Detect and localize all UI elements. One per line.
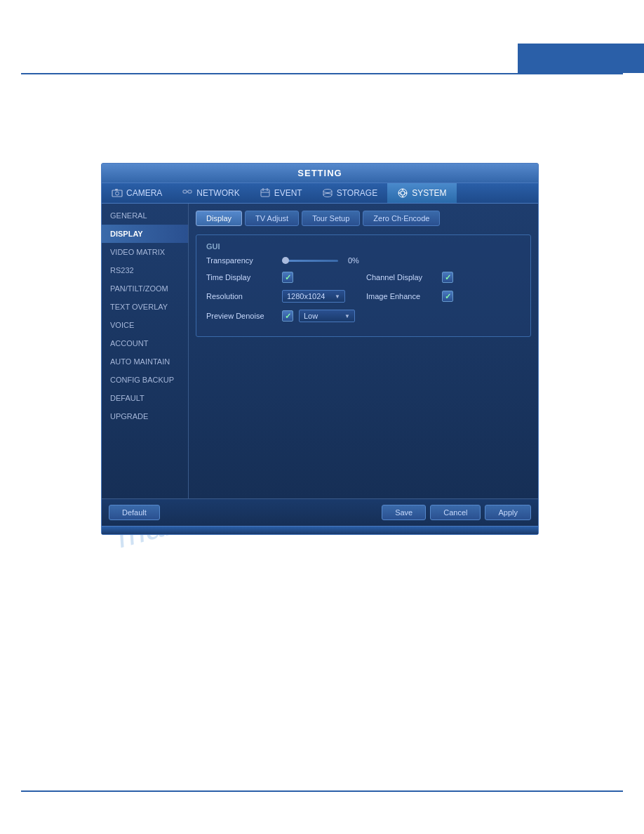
sidebar-item-default[interactable]: DEFAULT [102, 389, 188, 407]
svg-point-13 [323, 194, 332, 197]
time-display-checkbox-container: ✓ [282, 272, 293, 283]
preview-denoise-label: Preview Denoise [206, 312, 276, 320]
network-icon [182, 187, 193, 199]
time-display-col: Time Display ✓ [206, 272, 361, 283]
sub-tab-display[interactable]: Display [196, 211, 242, 226]
svg-rect-6 [261, 190, 269, 197]
settings-dialog: SETTING CAMERA NETWORK [101, 163, 539, 535]
sub-tab-zero-ch-encode[interactable]: Zero Ch·Encode [363, 211, 440, 226]
main-tab-nav: CAMERA NETWORK EVENT [102, 183, 538, 204]
tab-event[interactable]: EVENT [250, 183, 312, 203]
system-icon [397, 187, 408, 199]
action-bar: Default Save Cancel Apply [102, 498, 538, 526]
channel-display-label: Channel Display [366, 273, 436, 282]
svg-point-10 [323, 190, 332, 193]
right-buttons: Save Cancel Apply [382, 505, 531, 520]
image-enhance-label: Image Enhance [366, 292, 436, 300]
event-icon [260, 187, 271, 199]
tab-system-label: SYSTEM [412, 188, 446, 198]
sidebar-item-upgrade[interactable]: UPGRADE [102, 407, 188, 425]
save-button[interactable]: Save [382, 505, 426, 520]
tab-camera-label: CAMERA [126, 188, 162, 198]
cancel-button[interactable]: Cancel [430, 505, 481, 520]
time-channel-row: Time Display ✓ Channel Display ✓ [206, 272, 521, 283]
content-panel: Display TV Adjust Tour Setup Zero Ch·Enc… [189, 204, 538, 498]
sidebar-item-rs232[interactable]: RS232 [102, 261, 188, 279]
svg-rect-4 [188, 190, 192, 193]
tab-event-label: EVENT [274, 188, 302, 198]
image-enhance-checkbox[interactable]: ✓ [442, 291, 453, 302]
sub-tab-nav: Display TV Adjust Tour Setup Zero Ch·Enc… [196, 211, 531, 226]
transparency-value: 0% [348, 256, 359, 265]
svg-rect-2 [115, 189, 118, 191]
storage-icon [322, 187, 333, 199]
transparency-slider[interactable] [282, 260, 338, 262]
sidebar-item-display[interactable]: DISPLAY [102, 225, 188, 243]
tab-network-label: NETWORK [196, 188, 239, 198]
preview-denoise-checkbox[interactable]: ✓ [282, 310, 293, 322]
gui-section: GUI Transparency 0% Time Display [196, 234, 531, 337]
default-button[interactable]: Default [109, 505, 160, 520]
preview-denoise-checkbox-container: ✓ [282, 310, 293, 322]
time-display-label: Time Display [206, 273, 276, 282]
camera-icon [112, 187, 123, 199]
tab-camera[interactable]: CAMERA [102, 183, 172, 203]
sidebar-item-general[interactable]: GENERAL [102, 206, 188, 225]
sidebar-item-config-backup[interactable]: CONFIG BACKUP [102, 371, 188, 389]
sidebar-item-account[interactable]: ACCOUNT [102, 334, 188, 352]
channel-display-col: Channel Display ✓ [366, 272, 521, 283]
resolution-select[interactable]: 1280x1024 ▼ [282, 290, 345, 303]
tab-system[interactable]: SYSTEM [387, 183, 456, 203]
image-enhance-check-mark: ✓ [445, 292, 451, 301]
resolution-value: 1280x1024 [287, 292, 325, 300]
sidebar-item-voice[interactable]: VOICE [102, 316, 188, 334]
time-display-check-mark: ✓ [285, 273, 291, 282]
sub-tab-tour-setup[interactable]: Tour Setup [302, 211, 360, 226]
transparency-row: Transparency 0% [206, 256, 521, 265]
preview-denoise-select[interactable]: Low ▼ [299, 310, 355, 322]
apply-button[interactable]: Apply [485, 505, 531, 520]
image-enhance-checkbox-container: ✓ [442, 291, 453, 302]
dialog-title: SETTING [102, 164, 538, 183]
channel-display-checkbox[interactable]: ✓ [442, 272, 453, 283]
svg-rect-3 [183, 190, 187, 193]
top-right-decoration [518, 44, 644, 73]
sidebar-item-video-matrix[interactable]: VIDEO MATRIX [102, 243, 188, 261]
svg-point-14 [401, 191, 405, 195]
top-divider [21, 73, 623, 74]
dialog-body: GENERAL DISPLAY VIDEO MATRIX RS232 PAN/T… [102, 204, 538, 498]
resolution-arrow-icon: ▼ [335, 293, 340, 300]
channel-display-checkbox-container: ✓ [442, 272, 453, 283]
tab-network[interactable]: NETWORK [172, 183, 249, 203]
resolution-image-row: Resolution 1280x1024 ▼ Image Enhance ✓ [206, 290, 521, 303]
time-display-checkbox[interactable]: ✓ [282, 272, 293, 283]
sidebar-item-auto-maintain[interactable]: AUTO MAINTAIN [102, 352, 188, 371]
channel-display-check-mark: ✓ [445, 273, 451, 282]
sidebar-item-text-overlay[interactable]: TEXT OVERLAY [102, 298, 188, 316]
dialog-footer [102, 526, 538, 534]
tab-storage-label: STORAGE [337, 188, 377, 198]
resolution-col: Resolution 1280x1024 ▼ [206, 290, 361, 303]
tab-storage[interactable]: STORAGE [312, 183, 387, 203]
sidebar-item-pan-tilt-zoom[interactable]: PAN/TILT/ZOOM [102, 279, 188, 298]
svg-point-1 [116, 192, 119, 195]
preview-denoise-check-mark: ✓ [285, 312, 291, 321]
transparency-slider-thumb [282, 257, 289, 264]
resolution-label: Resolution [206, 292, 276, 300]
preview-denoise-row: Preview Denoise ✓ Low ▼ [206, 310, 521, 322]
transparency-label: Transparency [206, 256, 276, 265]
sidebar: GENERAL DISPLAY VIDEO MATRIX RS232 PAN/T… [102, 204, 189, 498]
sub-tab-tv-adjust[interactable]: TV Adjust [245, 211, 299, 226]
gui-section-label: GUI [206, 242, 521, 251]
preview-denoise-arrow-icon: ▼ [344, 313, 350, 319]
image-enhance-col: Image Enhance ✓ [366, 291, 521, 302]
bottom-divider [21, 790, 623, 792]
svg-rect-0 [112, 190, 122, 197]
preview-denoise-value: Low [304, 312, 318, 320]
